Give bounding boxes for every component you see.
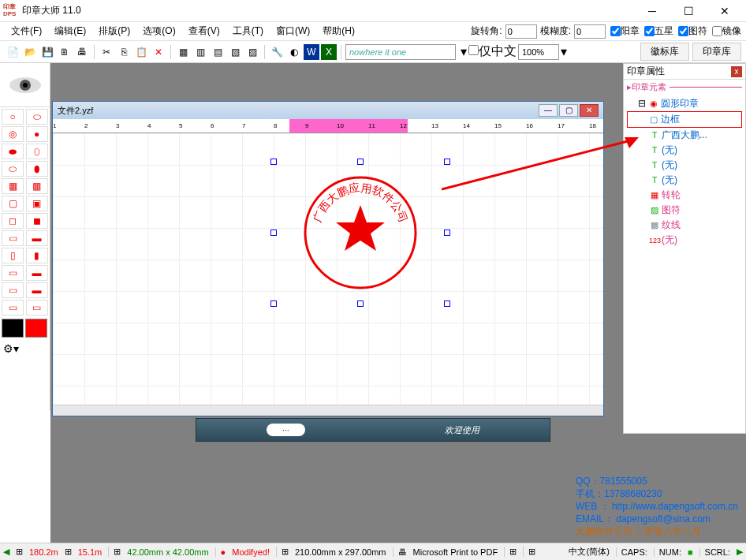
menu-edit[interactable]: 编辑(E) xyxy=(48,23,92,39)
shape-v2[interactable]: ▮ xyxy=(26,248,48,263)
tool3-icon[interactable]: ▤ xyxy=(210,44,226,60)
minimize-button[interactable]: ─ xyxy=(634,0,670,22)
tree-item-texture[interactable]: ▩纹线 xyxy=(627,218,742,233)
tree-item-text1[interactable]: T广西大鹏... xyxy=(627,128,742,143)
tree-item-text2[interactable]: T(无) xyxy=(627,143,742,158)
menu-tools[interactable]: 工具(T) xyxy=(226,23,270,39)
shape-grid2[interactable]: ▦ xyxy=(26,178,48,194)
tool9-icon[interactable]: X xyxy=(321,44,337,60)
maximize-button[interactable]: ☐ xyxy=(670,0,707,22)
document-titlebar[interactable]: 文件2.yzf — ▢ ✕ xyxy=(53,102,603,119)
color-black[interactable] xyxy=(2,319,24,338)
check-star[interactable]: 五星 xyxy=(644,24,673,38)
shape-circle[interactable]: ○ xyxy=(2,109,24,125)
shape-h1[interactable]: ▭ xyxy=(2,230,24,246)
shape-oval[interactable]: ⬭ xyxy=(26,109,48,125)
palette-settings-icon[interactable]: ⚙▾ xyxy=(0,339,50,358)
zoom-select[interactable] xyxy=(518,44,559,60)
tool8-icon[interactable]: W xyxy=(304,44,319,60)
handle-e[interactable] xyxy=(444,230,450,236)
menu-file[interactable]: 文件(F) xyxy=(5,23,48,39)
menu-window[interactable]: 窗口(W) xyxy=(270,23,316,39)
doc-min-button[interactable]: — xyxy=(539,104,558,117)
panel-close-icon[interactable]: x xyxy=(731,66,742,77)
tree-root[interactable]: ⊟ ◉圆形印章 xyxy=(627,96,742,111)
horizontal-ruler[interactable]: 123456789101112131415161718 xyxy=(53,119,603,133)
handle-nw[interactable] xyxy=(270,159,277,165)
tree-item-text3[interactable]: T(无) xyxy=(627,158,742,173)
shape-h6[interactable]: ▬ xyxy=(26,282,48,298)
menu-layout[interactable]: 排版(P) xyxy=(92,23,136,39)
shape-ellipse1[interactable]: ⬬ xyxy=(2,144,24,159)
shape-sq4[interactable]: ◼ xyxy=(26,213,48,229)
document-window: 文件2.yzf — ▢ ✕ 12345678910111213141516171… xyxy=(52,101,604,416)
check-symbol[interactable]: 图符 xyxy=(678,24,707,38)
shape-ring[interactable]: ◎ xyxy=(2,126,24,142)
color-red[interactable] xyxy=(25,319,47,338)
shape-grid1[interactable]: ▦ xyxy=(2,178,24,194)
tool2-icon[interactable]: ▥ xyxy=(192,44,208,60)
menu-help[interactable]: 帮助(H) xyxy=(316,23,361,39)
tool5-icon[interactable]: ▨ xyxy=(244,44,260,60)
tab-stamp-lib[interactable]: 印章库 xyxy=(692,43,741,61)
shape-h3[interactable]: ▭ xyxy=(2,265,24,281)
shape-h2[interactable]: ▬ xyxy=(26,230,48,246)
shape-ellipse2[interactable]: ⬯ xyxy=(26,144,48,159)
info-web[interactable]: WEB ： http://www.dapengsoft.com.cn xyxy=(576,500,738,513)
save-icon[interactable]: 💾 xyxy=(39,44,55,60)
new-icon[interactable]: 📄 xyxy=(5,44,21,60)
cut-icon[interactable]: ✂ xyxy=(99,44,114,60)
shape-sq2[interactable]: ▣ xyxy=(26,196,48,211)
tool1-icon[interactable]: ▦ xyxy=(175,44,191,60)
tree-item-text4[interactable]: T(无) xyxy=(627,173,742,188)
tree-item-wheel[interactable]: ▦转轮 xyxy=(627,188,742,203)
open-icon[interactable]: 📂 xyxy=(22,44,38,60)
shape-dot[interactable]: ● xyxy=(26,126,48,142)
blur-input[interactable] xyxy=(574,24,606,39)
selection-box[interactable]: 广西大鹏应用软件公司 xyxy=(274,162,447,304)
shape-oval3[interactable]: ⬮ xyxy=(26,161,48,177)
horizontal-scrollbar[interactable] xyxy=(53,405,603,416)
doc-max-button[interactable]: ▢ xyxy=(559,104,578,117)
shape-sq1[interactable]: ▢ xyxy=(2,196,24,211)
handle-s[interactable] xyxy=(357,301,364,307)
check-mirror[interactable]: 镜像 xyxy=(712,24,741,38)
shape-v1[interactable]: ▯ xyxy=(2,248,24,263)
tree-item-number[interactable]: 123(无) xyxy=(627,233,742,248)
menu-options[interactable]: 选项(O) xyxy=(136,23,181,39)
tool7-icon[interactable]: ◐ xyxy=(286,44,302,60)
shape-h5[interactable]: ▭ xyxy=(2,282,24,298)
saveas-icon[interactable]: 🗎 xyxy=(57,44,73,60)
delete-icon[interactable]: ✕ xyxy=(151,44,166,60)
only-chinese[interactable]: 仅中文 xyxy=(468,43,517,60)
svg-marker-4 xyxy=(336,205,385,251)
menu-view[interactable]: 查看(V) xyxy=(182,23,226,39)
handle-se[interactable] xyxy=(444,301,450,307)
tree-item-border[interactable]: ▢边框 xyxy=(627,111,742,128)
check-yang[interactable]: 阳章 xyxy=(610,24,640,38)
handle-sw[interactable] xyxy=(270,301,277,307)
print-icon[interactable]: 🖶 xyxy=(74,44,90,60)
paste-icon[interactable]: 📋 xyxy=(133,44,149,60)
handle-ne[interactable] xyxy=(444,159,450,165)
shape-h4[interactable]: ▬ xyxy=(26,265,48,281)
doc-close-button[interactable]: ✕ xyxy=(580,104,599,117)
status-y: 15.1m xyxy=(78,547,103,557)
stamp-object[interactable]: 广西大鹏应用软件公司 xyxy=(301,174,420,292)
copy-icon[interactable]: ⎘ xyxy=(116,44,132,60)
close-button[interactable]: ✕ xyxy=(707,0,743,22)
shape-sq3[interactable]: ◻ xyxy=(2,213,24,229)
info-email[interactable]: EMAIL： dapengsoft@sina.com xyxy=(576,513,738,525)
shape-oval2[interactable]: ⬭ xyxy=(2,161,24,177)
handle-w[interactable] xyxy=(270,230,277,236)
tab-logo-lib[interactable]: 徽标库 xyxy=(640,43,689,61)
shape-h8[interactable]: ▭ xyxy=(26,300,48,315)
canvas[interactable]: 广西大鹏应用软件公司 xyxy=(53,133,603,405)
font-preview[interactable] xyxy=(345,44,456,60)
tree-item-symbol[interactable]: ▨图符 xyxy=(627,203,742,218)
tool4-icon[interactable]: ▧ xyxy=(227,44,243,60)
shape-h7[interactable]: ▭ xyxy=(2,300,24,315)
tool6-icon[interactable]: 🔧 xyxy=(269,44,285,60)
rotation-input[interactable] xyxy=(505,24,537,39)
handle-n[interactable] xyxy=(357,159,364,165)
